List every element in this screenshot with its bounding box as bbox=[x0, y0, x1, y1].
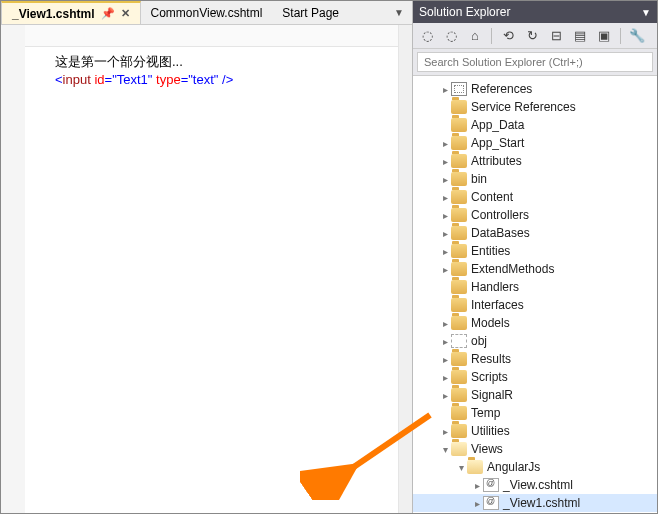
tree-item[interactable]: ▸ExtendMethods bbox=[413, 260, 657, 278]
chevron-right-icon[interactable]: ▸ bbox=[439, 318, 451, 329]
solution-explorer-panel: Solution Explorer ▼ ◌ ◌ ⌂ ⟲ ↻ ⊟ ▤ ▣ 🔧 ▸R… bbox=[413, 1, 657, 513]
tab-view1[interactable]: _View1.cshtml 📌 ✕ bbox=[1, 1, 141, 24]
tree-item[interactable]: ▾AngularJs bbox=[413, 458, 657, 476]
tree-item[interactable]: ▸Scripts bbox=[413, 368, 657, 386]
search-input[interactable] bbox=[417, 52, 653, 72]
tree-item[interactable]: ▸Models bbox=[413, 314, 657, 332]
tree-item[interactable]: ▸Entities bbox=[413, 242, 657, 260]
folder-icon bbox=[467, 460, 483, 474]
chevron-right-icon[interactable]: ▸ bbox=[439, 372, 451, 383]
chevron-right-icon[interactable]: ▸ bbox=[439, 426, 451, 437]
back-button[interactable]: ◌ bbox=[417, 26, 437, 46]
toolbar-separator bbox=[491, 28, 492, 44]
folder-icon bbox=[451, 442, 467, 456]
chevron-right-icon[interactable]: ▸ bbox=[439, 84, 451, 95]
tree-item[interactable]: ▸Temp bbox=[413, 404, 657, 422]
chevron-right-icon[interactable]: ▸ bbox=[439, 246, 451, 257]
refresh-button[interactable]: ↻ bbox=[522, 26, 542, 46]
solution-explorer-toolbar: ◌ ◌ ⌂ ⟲ ↻ ⊟ ▤ ▣ 🔧 bbox=[413, 23, 657, 49]
pin-icon[interactable]: 📌 bbox=[101, 7, 115, 20]
wrench-button[interactable]: 🔧 bbox=[627, 26, 647, 46]
tab-overflow-button[interactable]: ▼ bbox=[386, 7, 412, 18]
folder-icon bbox=[451, 406, 467, 420]
references-icon bbox=[451, 82, 467, 96]
tree-item-label: obj bbox=[471, 334, 487, 348]
chevron-right-icon[interactable]: ▸ bbox=[471, 498, 483, 509]
tree-item-label: Handlers bbox=[471, 280, 519, 294]
panel-title: Solution Explorer bbox=[419, 5, 510, 19]
tree-item-label: Views bbox=[471, 442, 503, 456]
chevron-right-icon[interactable]: ▸ bbox=[439, 336, 451, 347]
chevron-right-icon[interactable]: ▸ bbox=[439, 156, 451, 167]
tree-item[interactable]: ▸Controllers bbox=[413, 206, 657, 224]
tree-item[interactable]: ▸_View1.cshtml bbox=[413, 494, 657, 512]
tree-item-label: Scripts bbox=[471, 370, 508, 384]
editor-body[interactable]: 这是第一个部分视图... <input id="Text1" type="tex… bbox=[25, 25, 398, 513]
code-text: 这是第一个部分视图... bbox=[55, 54, 183, 69]
chevron-right-icon[interactable]: ▸ bbox=[439, 354, 451, 365]
tree-item[interactable]: ▸SignalR bbox=[413, 386, 657, 404]
tree-item[interactable]: ▸Content bbox=[413, 188, 657, 206]
editor-margin bbox=[1, 25, 25, 513]
chevron-right-icon[interactable]: ▸ bbox=[439, 210, 451, 221]
folder-icon bbox=[451, 136, 467, 150]
tree-item[interactable]: ▸References bbox=[413, 80, 657, 98]
tree-item-label: SignalR bbox=[471, 388, 513, 402]
home-button[interactable]: ⌂ bbox=[465, 26, 485, 46]
tree-item-label: App_Data bbox=[471, 118, 524, 132]
chevron-right-icon[interactable]: ▸ bbox=[439, 174, 451, 185]
tree-item[interactable]: ▸DataBases bbox=[413, 224, 657, 242]
tree-item-label: References bbox=[471, 82, 532, 96]
show-all-button[interactable]: ▣ bbox=[594, 26, 614, 46]
close-icon[interactable]: ✕ bbox=[121, 7, 130, 20]
solution-explorer-titlebar[interactable]: Solution Explorer ▼ bbox=[413, 1, 657, 23]
tree-item[interactable]: ▸_View.cshtml bbox=[413, 476, 657, 494]
folder-icon bbox=[451, 118, 467, 132]
chevron-right-icon[interactable]: ▸ bbox=[471, 480, 483, 491]
folder-icon bbox=[451, 262, 467, 276]
chevron-right-icon[interactable]: ▸ bbox=[439, 390, 451, 401]
tree-item-label: Utilities bbox=[471, 424, 510, 438]
folder-icon bbox=[451, 244, 467, 258]
toolbar-separator bbox=[620, 28, 621, 44]
folder-icon bbox=[451, 100, 467, 114]
tree-item[interactable]: ▸App_Data bbox=[413, 116, 657, 134]
tab-commonview[interactable]: CommonView.cshtml bbox=[141, 1, 273, 24]
sync-button[interactable]: ⟲ bbox=[498, 26, 518, 46]
properties-button[interactable]: ▤ bbox=[570, 26, 590, 46]
folder-icon bbox=[451, 280, 467, 294]
tree-item[interactable]: ▸Interfaces bbox=[413, 296, 657, 314]
tree-item[interactable]: ▸Handlers bbox=[413, 278, 657, 296]
editor-scrollbar[interactable] bbox=[398, 25, 412, 513]
forward-button[interactable]: ◌ bbox=[441, 26, 461, 46]
code-editor[interactable]: ▣ 这是第一个部分视图... <input id="Text1" type="t… bbox=[1, 25, 412, 513]
panel-menu-button[interactable]: ▼ bbox=[641, 7, 651, 18]
tree-item[interactable]: ▾Views bbox=[413, 440, 657, 458]
folder-icon bbox=[451, 424, 467, 438]
chevron-right-icon[interactable]: ▸ bbox=[439, 264, 451, 275]
tree-item-label: Interfaces bbox=[471, 298, 524, 312]
tab-startpage[interactable]: Start Page bbox=[272, 1, 349, 24]
code-line-input: <input id="Text1" type="text" /> bbox=[55, 71, 398, 89]
tree-item[interactable]: ▸Results bbox=[413, 350, 657, 368]
chevron-down-icon[interactable]: ▾ bbox=[455, 462, 467, 473]
tab-label: CommonView.cshtml bbox=[151, 6, 263, 20]
chevron-right-icon[interactable]: ▸ bbox=[439, 228, 451, 239]
tree-item-label: Content bbox=[471, 190, 513, 204]
tree-item[interactable]: ▸Service References bbox=[413, 98, 657, 116]
chevron-right-icon[interactable]: ▸ bbox=[439, 138, 451, 149]
collapse-all-button[interactable]: ⊟ bbox=[546, 26, 566, 46]
tree-item[interactable]: ▸obj bbox=[413, 332, 657, 350]
folder-icon bbox=[451, 370, 467, 384]
tree-item[interactable]: ▸bin bbox=[413, 170, 657, 188]
solution-tree[interactable]: ▸References▸Service References▸App_Data▸… bbox=[413, 76, 657, 513]
chevron-down-icon[interactable]: ▾ bbox=[439, 444, 451, 455]
tree-item[interactable]: ▸Utilities bbox=[413, 422, 657, 440]
cshtml-file-icon bbox=[483, 478, 499, 492]
tree-item[interactable]: ▸App_Start bbox=[413, 134, 657, 152]
chevron-right-icon[interactable]: ▸ bbox=[439, 192, 451, 203]
tree-item[interactable]: ▸Attributes bbox=[413, 152, 657, 170]
tree-item-label: Models bbox=[471, 316, 510, 330]
search-row bbox=[413, 49, 657, 76]
tree-item-label: Entities bbox=[471, 244, 510, 258]
